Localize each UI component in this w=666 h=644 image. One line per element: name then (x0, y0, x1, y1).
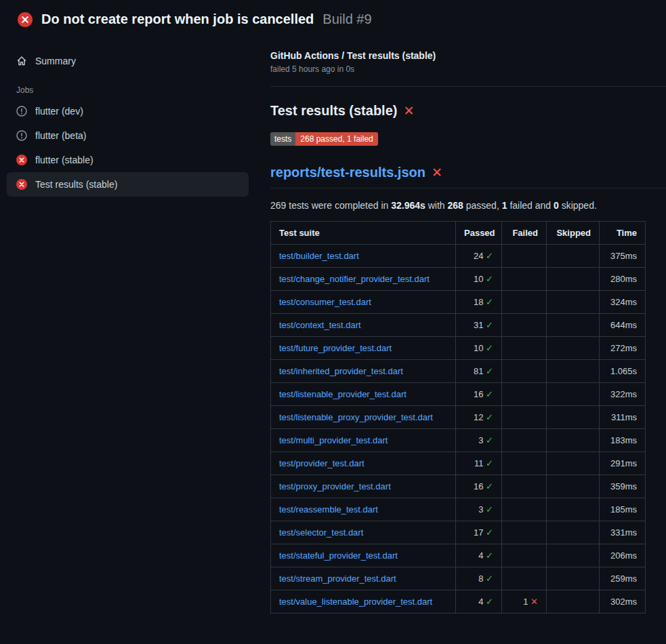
divider (270, 86, 666, 87)
run-build-number: Build #9 (322, 12, 371, 27)
failed-cell (502, 498, 547, 521)
passed-cell: 10 ✓ (456, 268, 502, 291)
passed-cell: 16 ✓ (456, 475, 502, 498)
passed-cell: 4 ✓ (456, 544, 502, 567)
failed-cell (502, 406, 547, 429)
report-link[interactable]: reports/test-results.json (270, 165, 425, 180)
sidebar-item-flutter-beta[interactable]: flutter (beta) (7, 123, 249, 148)
time-cell: 311ms (600, 406, 646, 429)
alert-circle-icon (16, 130, 27, 141)
table-row: test/listenable_proxy_provider_test.dart… (271, 406, 646, 429)
table-row: test/stateful_provider_test.dart4 ✓206ms (271, 544, 646, 567)
table-row: test/stream_provider_test.dart8 ✓259ms (271, 567, 646, 590)
sidebar-item-summary[interactable]: Summary (7, 49, 249, 73)
page-title: Test results (stable) ✕ (270, 103, 666, 119)
sidebar-item-flutter-dev[interactable]: flutter (dev) (7, 99, 249, 123)
table-row: test/value_listenable_provider_test.dart… (271, 590, 646, 613)
test-suite-link[interactable]: test/provider_test.dart (279, 458, 365, 468)
sidebar-item-test-results-stable[interactable]: Test results (stable) (7, 172, 249, 197)
test-suite-link[interactable]: test/future_provider_test.dart (279, 343, 392, 353)
skipped-cell (547, 406, 600, 429)
test-suite-link[interactable]: test/change_notifier_provider_test.dart (279, 274, 430, 284)
test-suite-link[interactable]: test/multi_provider_test.dart (279, 435, 388, 445)
suite-cell: test/context_test.dart (271, 314, 456, 337)
sidebar-item-flutter-stable[interactable]: flutter (stable) (7, 148, 249, 172)
table-row: test/reassemble_test.dart3 ✓185ms (271, 498, 646, 521)
skipped-cell (547, 245, 600, 268)
test-suite-link[interactable]: test/listenable_provider_test.dart (279, 389, 407, 399)
suite-cell: test/builder_test.dart (271, 245, 456, 268)
failed-cell (502, 567, 547, 590)
report-title: reports/test-results.json ✕ (270, 165, 666, 188)
test-suite-link[interactable]: test/stateful_provider_test.dart (279, 550, 398, 561)
sidebar-item-label: Test results (stable) (35, 179, 117, 190)
skipped-cell (547, 475, 600, 498)
passed-cell: 81 ✓ (456, 360, 502, 383)
table-row: test/provider_test.dart11 ✓291ms (271, 452, 646, 475)
time-cell: 272ms (600, 337, 646, 360)
check-icon: ✓ (486, 504, 493, 515)
table-row: test/future_provider_test.dart10 ✓272ms (271, 337, 646, 360)
breadcrumb: GitHub Actions / Test results (stable) (270, 50, 666, 61)
suite-cell: test/consumer_test.dart (271, 291, 456, 314)
table-row: test/proxy_provider_test.dart16 ✓359ms (271, 475, 646, 498)
suite-cell: test/reassemble_test.dart (271, 498, 456, 521)
table-row: test/inherited_provider_test.dart81 ✓1.0… (271, 360, 646, 383)
suite-cell: test/value_listenable_provider_test.dart (271, 590, 456, 613)
column-header-time: Time (600, 222, 646, 245)
test-suite-link[interactable]: test/builder_test.dart (279, 251, 359, 261)
suite-cell: test/stateful_provider_test.dart (271, 544, 456, 567)
test-suite-link[interactable]: test/selector_test.dart (279, 527, 363, 538)
failed-cell (502, 429, 547, 452)
test-suite-link[interactable]: test/inherited_provider_test.dart (279, 366, 403, 376)
skipped-cell (547, 567, 600, 590)
test-suite-link[interactable]: test/proxy_provider_test.dart (279, 481, 391, 491)
time-cell: 183ms (600, 429, 646, 452)
jobs-heading: Jobs (16, 85, 249, 95)
test-suite-link[interactable]: test/context_test.dart (279, 320, 361, 330)
test-suite-link[interactable]: test/reassemble_test.dart (279, 504, 378, 515)
table-row: test/change_notifier_provider_test.dart1… (271, 268, 646, 291)
suite-cell: test/provider_test.dart (271, 452, 456, 475)
suite-cell: test/inherited_provider_test.dart (271, 360, 456, 383)
skipped-cell (547, 360, 600, 383)
test-suite-link[interactable]: test/value_listenable_provider_test.dart (279, 597, 432, 607)
skipped-cell (547, 429, 600, 452)
failed-cell (502, 314, 547, 337)
summary-text: with (425, 200, 448, 211)
home-icon (16, 56, 27, 66)
time-cell: 359ms (600, 475, 646, 498)
passed-cell: 12 ✓ (456, 406, 502, 429)
column-header-test-suite: Test suite (271, 222, 456, 245)
check-icon: ✓ (486, 458, 493, 468)
failed-cell (502, 360, 547, 383)
summary-text: 269 tests were completed in (270, 200, 391, 211)
table-header-row: Test suite Passed Failed Skipped Time (271, 222, 646, 245)
skipped-cell (547, 544, 600, 567)
x-icon: ✕ (530, 597, 538, 607)
check-icon: ✓ (486, 389, 493, 399)
test-suite-link[interactable]: test/stream_provider_test.dart (279, 573, 396, 584)
test-suite-link[interactable]: test/consumer_test.dart (279, 297, 371, 307)
summary-total-time: 32.964s (391, 200, 425, 211)
skipped-cell (547, 268, 600, 291)
skipped-cell (547, 590, 600, 613)
skipped-cell (547, 291, 600, 314)
failed-cell (502, 521, 547, 544)
column-header-passed: Passed (456, 222, 502, 245)
passed-cell: 17 ✓ (456, 521, 502, 544)
check-icon: ✓ (486, 527, 493, 538)
run-title: Do not create report when job is cancell… (41, 12, 314, 27)
time-cell: 259ms (600, 567, 646, 590)
skipped-cell (547, 498, 600, 521)
table-row: test/selector_test.dart17 ✓331ms (271, 521, 646, 544)
main-content: GitHub Actions / Test results (stable) f… (259, 37, 666, 613)
suite-cell: test/stream_provider_test.dart (271, 567, 456, 590)
time-cell: 291ms (600, 452, 646, 475)
test-suite-link[interactable]: test/listenable_proxy_provider_test.dart (279, 412, 433, 422)
failed-cell (502, 544, 547, 567)
time-cell: 185ms (600, 498, 646, 521)
suite-cell: test/selector_test.dart (271, 521, 456, 544)
check-icon: ✓ (486, 435, 493, 445)
check-icon: ✓ (486, 274, 493, 284)
